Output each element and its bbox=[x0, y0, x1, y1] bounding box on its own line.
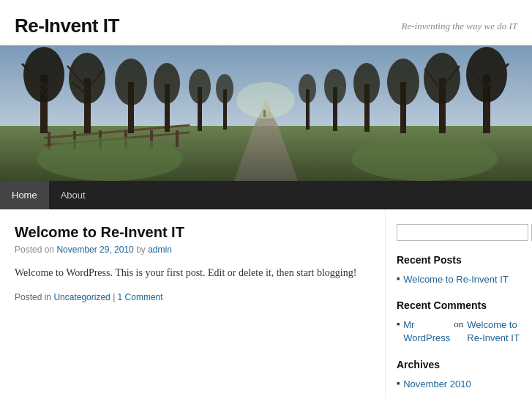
post-meta: Posted on November 29, 2010 by admin bbox=[15, 245, 370, 255]
main-nav: Home About bbox=[0, 181, 532, 209]
post: Welcome to Re-Invent IT Posted on Novemb… bbox=[15, 224, 370, 302]
search-input[interactable] bbox=[397, 224, 528, 241]
post-author-link[interactable]: admin bbox=[148, 245, 172, 255]
comment-post-link-1[interactable]: Welcome to Re-Invent IT bbox=[467, 318, 521, 345]
list-item: Welcome to Re-Invent IT bbox=[397, 272, 521, 288]
posted-in-label: Posted in bbox=[15, 292, 51, 302]
svg-point-27 bbox=[154, 63, 180, 104]
svg-point-48 bbox=[37, 137, 183, 181]
archives-heading: Archives bbox=[397, 359, 521, 370]
nav-link-home[interactable]: Home bbox=[0, 181, 49, 209]
svg-point-49 bbox=[351, 137, 498, 181]
svg-point-37 bbox=[424, 53, 460, 104]
post-footer: Posted in Uncategorized | 1 Comment bbox=[15, 292, 370, 302]
search-widget: Search bbox=[397, 224, 521, 241]
recent-posts-list: Welcome to Re-Invent IT bbox=[397, 272, 521, 288]
list-item: November 2010 bbox=[397, 376, 521, 392]
svg-point-20 bbox=[69, 53, 105, 104]
recent-comments-list: Mr WordPress on Welcome to Re-Invent IT bbox=[397, 317, 521, 346]
main-content: Welcome to Re-Invent IT Posted on Novemb… bbox=[0, 209, 386, 399]
posted-on-label: Posted on bbox=[15, 245, 54, 255]
sidebar: Search Recent Posts Welcome to Re-Invent… bbox=[386, 209, 532, 399]
hero-image bbox=[0, 45, 532, 181]
list-item: Mr WordPress on Welcome to Re-Invent IT bbox=[397, 317, 521, 346]
svg-point-47 bbox=[299, 74, 316, 103]
by-word: by bbox=[136, 245, 146, 255]
comment-on-text: on bbox=[454, 318, 463, 330]
svg-point-45 bbox=[324, 69, 346, 104]
site-tagline: Re-inventing the way we do IT bbox=[402, 20, 518, 32]
recent-comments-widget: Recent Comments Mr WordPress on Welcome … bbox=[397, 299, 521, 346]
recent-posts-widget: Recent Posts Welcome to Re-Invent IT bbox=[397, 254, 521, 288]
svg-rect-12 bbox=[176, 130, 179, 147]
post-date-link[interactable]: November 29, 2010 bbox=[56, 245, 133, 255]
nav-item-about[interactable]: About bbox=[49, 181, 97, 209]
svg-point-33 bbox=[466, 47, 507, 102]
site-title: Re-Invent IT bbox=[15, 15, 119, 37]
post-body: Welcome to WordPress. This is your first… bbox=[15, 265, 370, 281]
recent-posts-heading: Recent Posts bbox=[397, 254, 521, 266]
svg-point-41 bbox=[387, 59, 419, 105]
nav-item-home[interactable]: Home bbox=[0, 181, 49, 209]
nav-link-about[interactable]: About bbox=[49, 181, 97, 209]
post-title: Welcome to Re-Invent IT bbox=[15, 224, 370, 241]
recent-comments-heading: Recent Comments bbox=[397, 299, 521, 311]
recent-post-link-1[interactable]: Welcome to Re-Invent IT bbox=[403, 273, 509, 286]
comment-author-link-1[interactable]: Mr WordPress bbox=[403, 318, 450, 345]
svg-point-43 bbox=[353, 63, 380, 104]
archives-list: November 2010 bbox=[397, 376, 521, 392]
svg-point-25 bbox=[115, 59, 147, 105]
archives-widget: Archives November 2010 bbox=[397, 359, 521, 392]
post-category-link[interactable]: Uncategorized bbox=[53, 292, 110, 302]
svg-point-31 bbox=[216, 74, 233, 103]
post-comments-link[interactable]: 1 Comment bbox=[118, 292, 163, 302]
svg-point-51 bbox=[236, 82, 295, 119]
archive-link-1[interactable]: November 2010 bbox=[403, 378, 471, 391]
svg-point-29 bbox=[189, 69, 211, 104]
svg-point-14 bbox=[23, 47, 64, 102]
